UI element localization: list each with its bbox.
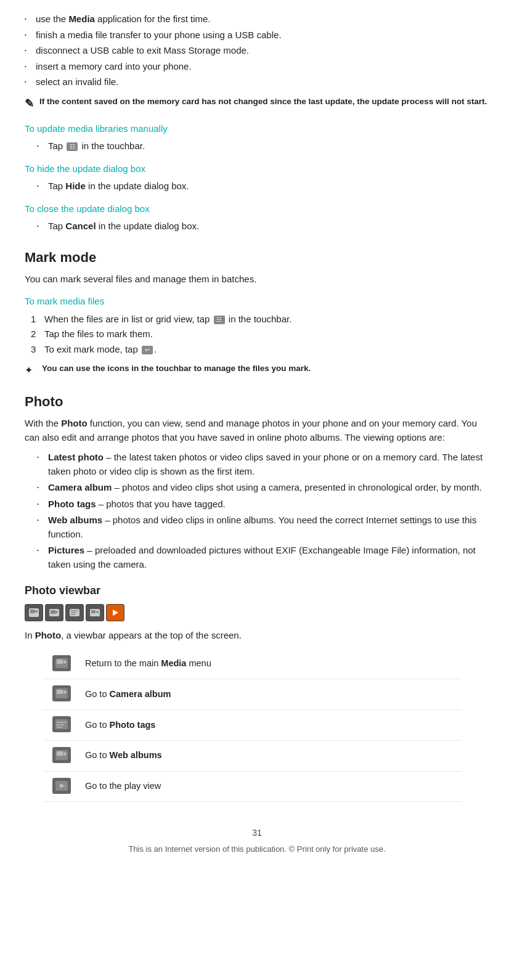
- viewbar-icons-row: [25, 604, 489, 621]
- step-2: 2 Tap the files to mark them.: [31, 327, 489, 341]
- svg-point-12: [96, 611, 99, 613]
- close-dialog-bullet: • Tap Cancel in the update dialog box.: [37, 219, 489, 234]
- bullet-2: • finish a media file transfer to your p…: [25, 28, 489, 43]
- photo-viewbar-section: Photo viewbar In Photo, a viewbar appear…: [25, 582, 489, 802]
- step-1: 1 When the files are in list or grid vie…: [31, 312, 489, 327]
- photo-option-4: • Web albums – photos and video clips in…: [37, 513, 489, 541]
- mark-mode-intro: You can mark several files and manage th…: [25, 272, 489, 287]
- svg-marker-13: [113, 610, 118, 616]
- viewbar-row-1-icon: [52, 655, 71, 671]
- touchbar-icon-manual: ☷: [67, 142, 78, 151]
- bullet-dot-4: •: [25, 60, 36, 70]
- page-footer: 31 This is an Internet version of this p…: [25, 827, 489, 855]
- mark-files-heading: To mark media files: [25, 295, 489, 309]
- svg-rect-11: [91, 610, 96, 613]
- svg-point-16: [63, 660, 67, 663]
- svg-rect-1: [30, 610, 35, 613]
- section-close-dialog: To close the update dialog box • Tap Can…: [25, 202, 489, 234]
- viewbar-row-5-icon: [52, 778, 71, 794]
- svg-point-26: [63, 752, 67, 755]
- svg-rect-18: [57, 690, 63, 694]
- warning-icon: ✎: [25, 96, 39, 112]
- bullet-dot-manual: •: [37, 139, 48, 150]
- step-num-1: 1: [31, 312, 44, 327]
- viewbar-icon-tags: [65, 604, 84, 621]
- svg-rect-25: [57, 751, 63, 756]
- viewbar-row-2-icon: [52, 685, 71, 701]
- section-hide-dialog: To hide the update dialog box • Tap Hide…: [25, 162, 489, 194]
- exit-mark-icon: ↩: [142, 346, 153, 354]
- bullet-dot-2: •: [25, 28, 36, 39]
- step-3: 3 To exit mark mode, tap ↩.: [31, 343, 489, 357]
- top-bullets: • use the Media application for the firs…: [25, 12, 489, 89]
- mark-mode-steps: 1 When the files are in list or grid vie…: [31, 312, 489, 357]
- viewbar-row-4-desc: Go to Web albums: [80, 740, 462, 771]
- tip-block: ✦ You can use the icons in the touchbar …: [25, 362, 489, 378]
- bullet-5: • select an invalid file.: [25, 75, 489, 89]
- viewbar-row-5-desc: Go to the play view: [80, 771, 462, 802]
- photo-viewbar-intro: In Photo, a viewbar appears at the top o…: [25, 629, 489, 643]
- svg-point-19: [63, 691, 67, 694]
- page-number: 31: [25, 827, 489, 839]
- step-num-2: 2: [31, 327, 44, 341]
- photo-intro: With the Photo function, you can view, s…: [25, 417, 489, 444]
- svg-point-2: [35, 610, 38, 613]
- bullet-dot-3: •: [25, 44, 36, 54]
- viewbar-row-1-desc: Return to the main Media menu: [80, 649, 462, 679]
- svg-rect-4: [51, 610, 55, 614]
- hide-dialog-heading: To hide the update dialog box: [25, 162, 489, 176]
- mark-mode-section: Mark mode You can mark several files and…: [25, 247, 489, 378]
- viewbar-row-3: Go to Photo tags: [43, 710, 462, 741]
- viewbar-row-4-icon: [52, 747, 71, 763]
- photo-viewbar-heading: Photo viewbar: [25, 582, 489, 599]
- photo-section: Photo With the Photo function, you can v…: [25, 391, 489, 571]
- viewbar-row-2-desc: Go to Camera album: [80, 679, 462, 710]
- warning-text: If the content saved on the memory card …: [39, 96, 487, 108]
- update-manual-bullet: • Tap ☷ in the touchbar.: [37, 139, 489, 153]
- update-manual-heading: To update media libraries manually: [25, 122, 489, 136]
- viewbar-icon-camera: [45, 604, 63, 621]
- viewbar-icon-media: [25, 604, 43, 621]
- viewbar-table: Return to the main Media menu Go to Came…: [43, 649, 462, 802]
- bullet-3: • disconnect a USB cable to exit Mass St…: [25, 44, 489, 58]
- bullet-dot-close: •: [37, 219, 48, 230]
- bullet-1: • use the Media application for the firs…: [25, 12, 489, 27]
- footer-copyright: This is an Internet version of this publ…: [25, 843, 489, 855]
- grid-view-icon: ☷: [214, 316, 225, 324]
- viewbar-row-3-desc: Go to Photo tags: [80, 710, 462, 741]
- photo-option-1: • Latest photo – the latest taken photos…: [37, 451, 489, 478]
- mark-mode-heading: Mark mode: [25, 247, 489, 267]
- bullet-dot-1: •: [25, 12, 36, 23]
- viewbar-row-1: Return to the main Media menu: [43, 649, 462, 679]
- photo-heading: Photo: [25, 391, 489, 412]
- tip-text: You can use the icons in the touchbar to…: [42, 362, 311, 375]
- close-dialog-heading: To close the update dialog box: [25, 202, 489, 216]
- viewbar-row-5: Go to the play view: [43, 771, 462, 802]
- viewbar-row-4: Go to Web albums: [43, 740, 462, 771]
- hide-dialog-bullet: • Tap Hide in the update dialog box.: [37, 179, 489, 194]
- photo-option-2: • Camera album – photos and video clips …: [37, 481, 489, 495]
- bullet-dot-5: •: [25, 75, 36, 86]
- photo-option-3: • Photo tags – photos that you have tagg…: [37, 497, 489, 512]
- svg-rect-15: [57, 659, 63, 664]
- viewbar-icon-web: [86, 604, 104, 621]
- svg-point-5: [55, 611, 58, 613]
- photo-option-5: • Pictures – preloaded and downloaded pi…: [37, 544, 489, 571]
- bullet-4: • insert a memory card into your phone.: [25, 60, 489, 74]
- warning-block: ✎ If the content saved on the memory car…: [25, 96, 489, 112]
- viewbar-row-2: Go to Camera album: [43, 679, 462, 710]
- viewbar-row-3-icon: [52, 716, 71, 732]
- bullet-dot-hide: •: [37, 179, 48, 190]
- viewbar-icon-play: [106, 604, 124, 621]
- section-update-manual: To update media libraries manually • Tap…: [25, 122, 489, 153]
- step-num-3: 3: [31, 343, 44, 357]
- tip-icon: ✦: [25, 363, 42, 378]
